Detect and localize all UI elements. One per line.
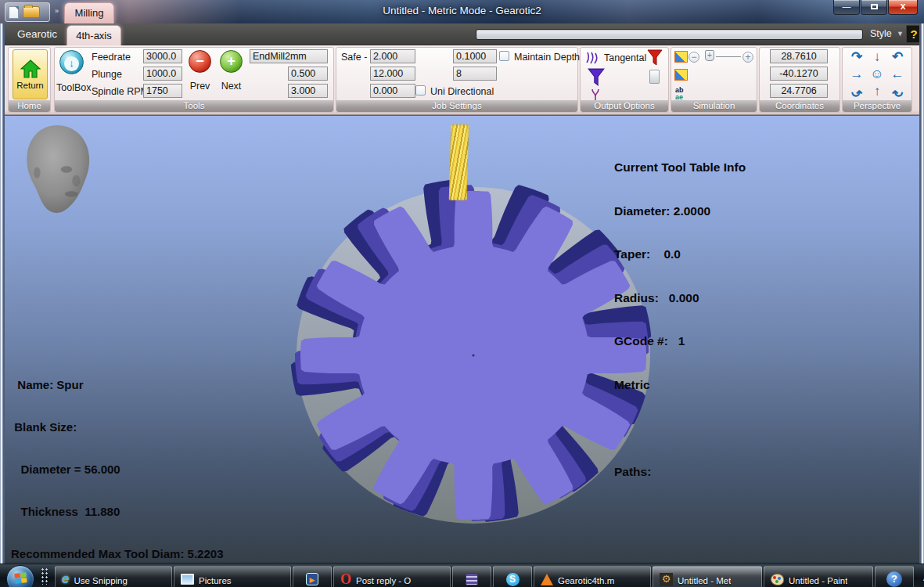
- return-label: Return: [16, 81, 44, 90]
- plunge-field[interactable]: 1000.0: [143, 67, 182, 81]
- 3d-viewport[interactable]: Name: Spur Blank Size: Diameter = 56.000…: [5, 115, 919, 563]
- taskbar-item-help[interactable]: ?: [875, 566, 914, 587]
- window-right-border: [919, 23, 924, 564]
- blank-box-icon[interactable]: [649, 70, 660, 84]
- opera-icon: O: [340, 571, 351, 587]
- group-coordinates: 28.7610 -40.1270 24.7706 Coordinates: [759, 47, 840, 113]
- quick-access-overflow-icon[interactable]: »: [55, 7, 59, 15]
- rotate-cw-icon[interactable]: ↷: [847, 49, 867, 66]
- group-simulation: − + + ab ae Simulation: [671, 47, 757, 113]
- maintain-depth-label[interactable]: Maintain Depth: [514, 52, 580, 63]
- next-label[interactable]: Next: [220, 81, 243, 92]
- windows-flag-icon: [14, 572, 27, 584]
- pan-left-icon[interactable]: ←: [887, 66, 908, 83]
- simulate-icon[interactable]: [674, 51, 688, 63]
- reset-view-icon[interactable]: ☺: [867, 66, 887, 83]
- ribbon-tab-row: Gearotic 4th-axis Style ▼ ?: [0, 23, 924, 45]
- rename-icon[interactable]: ab ae: [675, 87, 684, 101]
- sim-speed-handle-icon[interactable]: +: [705, 50, 714, 61]
- prev-label[interactable]: Prev: [189, 81, 211, 92]
- rotate-ccw-icon[interactable]: ↶: [887, 49, 908, 66]
- gear-render: [286, 167, 661, 543]
- start-button[interactable]: [6, 565, 34, 587]
- job-field-4[interactable]: 0.1000: [453, 49, 497, 63]
- maximize-button[interactable]: [861, 0, 887, 15]
- tool-value2-field[interactable]: 3.000: [288, 84, 328, 98]
- maintain-depth-checkbox[interactable]: [499, 51, 509, 61]
- pan-down-icon[interactable]: ↓: [867, 49, 887, 66]
- simulate-alt-icon[interactable]: [674, 69, 688, 81]
- sim-speed-minus-icon[interactable]: −: [689, 52, 699, 63]
- paint-icon: [771, 574, 784, 585]
- taskbar-item-media-player[interactable]: ▶: [293, 566, 332, 587]
- pan-right-icon[interactable]: →: [847, 66, 867, 83]
- uni-directional-checkbox[interactable]: [415, 85, 426, 95]
- taskbar-item-snipping[interactable]: e Use Snipping: [55, 566, 172, 587]
- gear-center-point: [472, 354, 474, 356]
- tool-table-info-text: Current Tool Table Info Diameter: 2.0000…: [614, 131, 746, 508]
- safe-z-field[interactable]: 2.000: [370, 49, 415, 63]
- group-label-output-options: Output Options: [581, 100, 668, 112]
- group-home: Return Home: [8, 47, 51, 113]
- tilt-ccw-icon[interactable]: ↶: [887, 83, 908, 100]
- tangental-label[interactable]: Tangental: [604, 52, 646, 63]
- taskbar-item-vlc[interactable]: Gearotic4th.m: [534, 566, 651, 587]
- next-tool-icon[interactable]: +: [220, 50, 243, 73]
- gearotic-window: » Milling Untitled - Metric Mode - Gearo…: [0, 0, 924, 587]
- ribbon: Return Home ↓ ToolBox Feedrate Plunge Sp…: [0, 45, 924, 115]
- group-label-coordinates: Coordinates: [760, 100, 840, 112]
- return-button[interactable]: Return: [13, 49, 48, 99]
- taskbar: e Use Snipping Pictures ▶ O Post reply -…: [0, 564, 924, 587]
- minimize-button[interactable]: —: [833, 0, 860, 15]
- prev-tool-icon[interactable]: −: [189, 50, 211, 73]
- group-label-simulation: Simulation: [671, 100, 757, 112]
- style-dropdown-icon[interactable]: ▼: [897, 30, 904, 38]
- taskbar-item-pictures[interactable]: Pictures: [174, 566, 291, 587]
- house-icon: [20, 59, 41, 78]
- tab-milling[interactable]: Milling: [64, 2, 114, 23]
- taskbar-item-notes[interactable]: [452, 566, 491, 587]
- head-model: [17, 122, 99, 216]
- style-label[interactable]: Style: [870, 28, 892, 39]
- toolbox-icon[interactable]: ↓: [59, 50, 84, 74]
- plunge-label: Plunge: [92, 69, 122, 80]
- sim-speed-track[interactable]: [716, 56, 741, 57]
- taskbar-item-paint[interactable]: Untitled - Paint: [764, 566, 873, 587]
- taskbar-item-gearotic[interactable]: ⚙ Untitled - Met: [653, 566, 762, 587]
- uni-directional-label[interactable]: Uni Directional: [430, 86, 494, 97]
- spindle-rpm-field[interactable]: 1750: [143, 84, 182, 98]
- style-slider[interactable]: [476, 29, 863, 40]
- title-bar: » Milling Untitled - Metric Mode - Gearo…: [0, 0, 924, 23]
- red-funnel-icon[interactable]: [647, 49, 663, 67]
- vlc-icon: [541, 574, 553, 585]
- feedrate-label: Feedrate: [92, 52, 131, 63]
- purple-funnel-icon[interactable]: [587, 68, 606, 87]
- group-tools: ↓ ToolBox Feedrate Plunge Spindle RPM 30…: [54, 47, 334, 113]
- tool-name-field[interactable]: EndMill2mm: [250, 49, 328, 63]
- blank-info-text: Name: Spur Blank Size: Diameter = 56.000…: [11, 350, 223, 563]
- feedrate-field[interactable]: 3000.0: [143, 49, 182, 63]
- job-field-2[interactable]: 12.000: [370, 67, 415, 81]
- media-player-icon: ▶: [306, 573, 318, 585]
- window-title: Untitled - Metric Mode - Gearotic2: [0, 0, 924, 23]
- help-icon: ?: [886, 571, 902, 587]
- tool-value1-field[interactable]: 0.500: [288, 67, 328, 81]
- perspective-pad: ↷ ↓ ↶ → ☺ ← ↷ ↑ ↶: [847, 49, 908, 100]
- gearotic-icon: ⚙: [660, 573, 673, 586]
- job-field-3[interactable]: 0.000: [370, 84, 415, 98]
- tab-4th-axis[interactable]: 4th-axis: [67, 25, 121, 45]
- tangental-waves-icon[interactable]: [584, 50, 602, 64]
- taskbar-item-opera[interactable]: O Post reply - O: [333, 566, 451, 587]
- tilt-cw-icon[interactable]: ↷: [847, 83, 867, 100]
- taskbar-item-skype[interactable]: S: [493, 566, 532, 587]
- open-folder-icon[interactable]: [23, 6, 40, 18]
- new-file-icon[interactable]: [9, 6, 19, 19]
- maximize-icon: [871, 4, 878, 9]
- tab-gearotic[interactable]: Gearotic: [17, 28, 57, 40]
- sim-speed-plus-icon[interactable]: +: [742, 52, 753, 63]
- group-perspective: ↷ ↓ ↶ → ☺ ← ↷ ↑ ↶ Perspective: [842, 47, 912, 113]
- pan-up-icon[interactable]: ↑: [867, 83, 887, 100]
- toolbox-label[interactable]: ToolBox: [56, 82, 91, 93]
- job-field-5[interactable]: 8: [453, 67, 497, 81]
- close-button[interactable]: x: [888, 0, 918, 15]
